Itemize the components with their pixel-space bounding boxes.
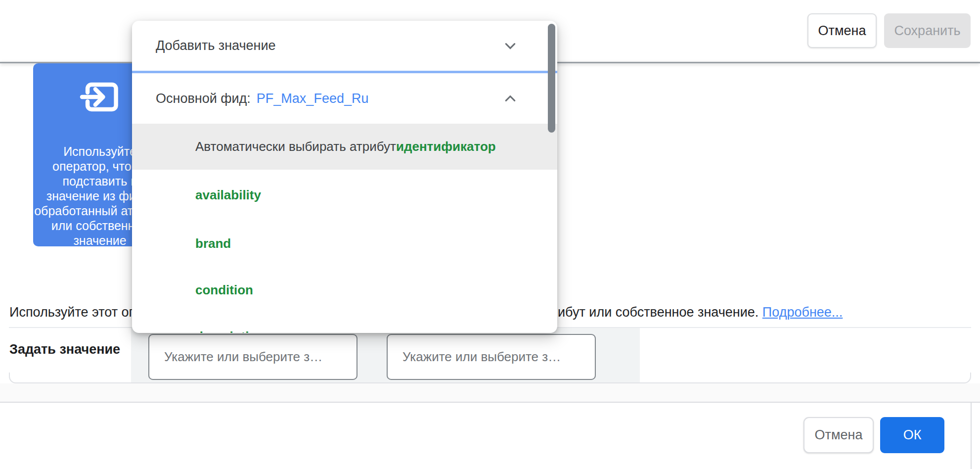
add-value-trigger[interactable]: Добавить значение <box>132 21 557 71</box>
operator-description-right: ибут или собственное значение. Подробнее… <box>558 305 843 320</box>
dropdown-scrollbar[interactable] <box>548 24 555 133</box>
header-save-button-disabled[interactable]: Сохранить <box>884 13 971 48</box>
dropdown-option-brand[interactable]: brand <box>132 220 557 267</box>
dialog-ok-button[interactable]: ОК <box>880 417 944 453</box>
chevron-up-icon[interactable] <box>501 89 520 108</box>
feed-prefix-label: Основной фид: <box>156 91 251 106</box>
dropdown-option-condition[interactable]: condition <box>132 267 557 313</box>
learn-more-link[interactable]: Подробнее... <box>762 305 843 320</box>
dropdown-option-availability[interactable]: availability <box>132 170 557 220</box>
sheet-bottom-edge <box>9 373 971 383</box>
chevron-down-icon[interactable] <box>501 37 520 55</box>
feed-name-label: PF_Max_Feed_Ru <box>257 91 369 106</box>
footer-divider <box>0 402 980 403</box>
dropdown-option-auto-attribute[interactable]: Автоматически выбирать атрибут идентифик… <box>132 124 557 170</box>
primary-feed-group-header[interactable]: Основной фид: PF_Max_Feed_Ru <box>132 73 557 124</box>
footer-strip <box>0 383 980 402</box>
dialog-cancel-button[interactable]: Отмена <box>803 417 874 453</box>
auto-option-attribute: идентификатор <box>396 139 496 154</box>
set-value-label: Задать значение <box>9 342 120 357</box>
auto-option-prefix: Автоматически выбирать атрибут <box>195 139 396 154</box>
insert-value-icon <box>77 74 123 122</box>
footer-right-border <box>971 402 972 469</box>
add-value-dropdown: Добавить значение Основной фид: PF_Max_F… <box>132 21 557 333</box>
dropdown-option-description[interactable]: description <box>132 313 557 333</box>
header-cancel-button[interactable]: Отмена <box>807 13 877 48</box>
add-value-trigger-label: Добавить значение <box>156 38 276 53</box>
page: Отмена Сохранить Используйте оператор, ч… <box>0 0 980 469</box>
